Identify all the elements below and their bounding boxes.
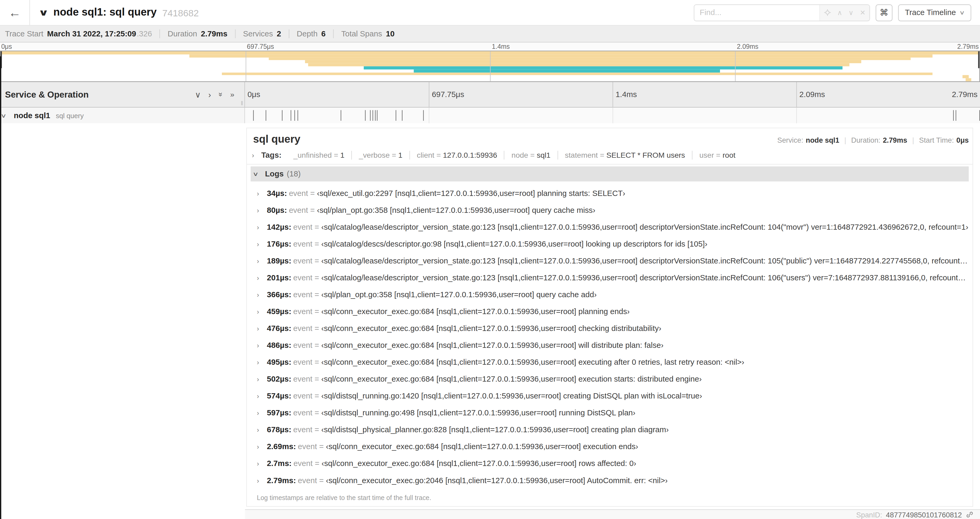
log-marker (365, 110, 366, 121)
logs-accordion-header[interactable]: ∨ Logs (18) (251, 166, 969, 181)
log-row[interactable]: ›476µs:event = ‹sql/conn_executor_exec.g… (251, 319, 969, 337)
back-button[interactable]: ← (0, 0, 30, 25)
keyboard-shortcuts-button[interactable]: ⌘ (876, 4, 892, 21)
log-row[interactable]: ›2.69ms:event = ‹sql/conn_executor_exec.… (251, 438, 969, 455)
detail-accent-band (245, 123, 980, 125)
trace-view-label: Trace Timeline (905, 8, 956, 17)
minimap-canvas[interactable] (0, 51, 980, 82)
detail-left-gutter (0, 123, 245, 519)
chevron-right-icon: › (257, 409, 265, 416)
collapse-all-icon[interactable]: » (216, 92, 225, 96)
chevron-right-icon: › (257, 392, 265, 399)
log-marker (341, 110, 341, 121)
span-expand-chevron-icon[interactable]: ∨ (0, 112, 16, 119)
log-row[interactable]: ›597µs:event = ‹sql/distsql_running.go:4… (251, 404, 969, 421)
collapse-trace-header-chevron-icon[interactable]: ∨ (38, 7, 49, 18)
logs-section: ∨ Logs (18) ›34µs:event = ‹sql/exec_util… (251, 166, 969, 506)
deep-link-icon[interactable] (966, 511, 974, 519)
trace-page: ← ∨ node sql1: sql query 7418682 ∧ ∨ ✕ (0, 0, 980, 519)
minimap-tick: 0μs (1, 43, 12, 50)
log-row[interactable]: ›574µs:event = ‹sql/distsql_running.go:1… (251, 387, 969, 404)
log-row[interactable]: ›189µs:event = ‹sql/catalog/lease/descri… (251, 252, 969, 269)
chevron-right-icon: › (257, 476, 265, 484)
detail-header-meta: Service:node sql1 | Duration:2.79ms | St… (777, 136, 969, 144)
log-marker (266, 110, 266, 121)
minimap-gridline (735, 51, 735, 81)
command-icon: ⌘ (880, 7, 888, 18)
find-input[interactable] (694, 5, 819, 20)
log-row[interactable]: ›495µs:event = ‹sql/conn_executor_exec.g… (251, 353, 969, 370)
log-row[interactable]: ›678µs:event = ‹sql/distsql_physical_pla… (251, 421, 969, 438)
log-row[interactable]: ›176µs:event = ‹sql/catalog/descs/descri… (251, 235, 969, 252)
trace-services: Services2 (235, 30, 289, 38)
minimap-tick: 1.4ms (492, 43, 510, 50)
chevron-right-icon: › (257, 240, 265, 248)
tags-accordion[interactable]: › Tags: _unfinished = 1_verbose = 1clien… (247, 148, 972, 164)
log-marker (282, 110, 282, 121)
chevron-right-icon: › (257, 375, 265, 382)
expand-one-icon[interactable]: › (208, 89, 211, 99)
log-marker (956, 110, 956, 121)
tags-label: Tags: (261, 151, 282, 160)
clear-search-button[interactable]: ✕ (860, 8, 865, 17)
log-row[interactable]: ›80µs:event = ‹sql/plan_opt.go:358 [nsql… (251, 201, 969, 218)
log-marker (377, 110, 377, 121)
chevron-right-icon: › (257, 189, 265, 197)
span-detail-card: sql query Service:node sql1 | Duration:2… (246, 128, 973, 507)
minimap-tick-labels: 0μs 697.75μs 1.4ms 2.09ms 2.79ms (0, 43, 980, 51)
collapse-one-icon[interactable]: ∨ (195, 89, 201, 99)
log-marker (396, 110, 396, 121)
log-row[interactable]: ›486µs:event = ‹sql/conn_executor_exec.g… (251, 337, 969, 353)
chevron-right-icon: › (257, 308, 265, 315)
log-row[interactable]: ›2.79ms:event = ‹sql/conn_executor_exec.… (251, 472, 969, 489)
log-row[interactable]: ›34µs:event = ‹sql/exec_util.go:2297 [ns… (251, 185, 969, 201)
minimap-tick: 697.75μs (247, 43, 274, 50)
span-name-cell[interactable]: ∨ node sql1 sql query (0, 108, 245, 123)
expand-all-icon[interactable]: » (230, 90, 234, 99)
locate-icon[interactable] (824, 9, 831, 16)
chevron-right-icon: › (257, 274, 265, 281)
log-marker (375, 110, 375, 121)
span-duration-track[interactable] (245, 108, 980, 123)
log-marker (423, 110, 423, 121)
find-group: ∧ ∨ ✕ (694, 4, 870, 21)
log-row[interactable]: ›2.7ms:event = ‹sql/conn_executor_exec.g… (251, 455, 969, 472)
chevron-right-icon: › (257, 324, 265, 332)
tag-item: client = 127.0.0.1:59936 (409, 151, 504, 160)
trace-depth: Depth6 (289, 30, 334, 38)
prev-result-button[interactable]: ∧ (837, 8, 842, 17)
timeline-ruler: 0μs 697.75μs 1.4ms 2.09ms 2.79ms (245, 82, 980, 107)
ruler-cell: 697.75μs (429, 82, 613, 107)
minimap-right-scrubber[interactable] (978, 51, 980, 68)
chevron-right-icon: › (257, 426, 265, 433)
trace-total-spans: Total Spans10 (334, 30, 402, 38)
minimap-span (305, 61, 861, 63)
minimap-span (222, 72, 932, 75)
log-row[interactable]: ›459µs:event = ‹sql/conn_executor_exec.g… (251, 303, 969, 319)
spanid-label: SpanID: (856, 511, 882, 518)
log-row[interactable]: ›201µs:event = ‹sql/catalog/lease/descri… (251, 269, 969, 286)
span-bar[interactable] (245, 113, 979, 118)
tag-item: statement = SELECT * FROM users (557, 151, 692, 160)
chevron-right-icon: › (257, 223, 265, 230)
log-row[interactable]: ›142µs:event = ‹sql/catalog/lease/descri… (251, 218, 969, 235)
top-bar-actions: ∧ ∨ ✕ ⌘ Trace Timeline ∨ (694, 4, 980, 21)
chevron-right-icon: › (257, 291, 265, 298)
chevron-right-icon: › (257, 341, 265, 349)
minimap-span (364, 66, 843, 69)
minimap-gridline (245, 51, 246, 81)
minimap-span (269, 57, 911, 60)
minimap-span (189, 54, 932, 57)
log-marker (294, 110, 294, 121)
tag-item: _verbose = 1 (352, 151, 409, 160)
detail-gap (245, 507, 980, 509)
trace-start: Trace Start March 31 2022, 17:25:09 .326 (5, 30, 160, 38)
log-row[interactable]: ›502µs:event = ‹sql/conn_executor_exec.g… (251, 370, 969, 387)
trace-view-selector[interactable]: Trace Timeline ∨ (898, 4, 971, 21)
next-result-button[interactable]: ∨ (848, 8, 854, 17)
top-bar: ← ∨ node sql1: sql query 7418682 ∧ ∨ ✕ (0, 0, 980, 26)
log-row[interactable]: ›366µs:event = ‹sql/plan_opt.go:358 [nsq… (251, 286, 969, 303)
chevron-right-icon: › (257, 257, 265, 264)
minimap-span (308, 63, 850, 66)
column-resizer-handle[interactable]: ‖ (241, 100, 243, 107)
